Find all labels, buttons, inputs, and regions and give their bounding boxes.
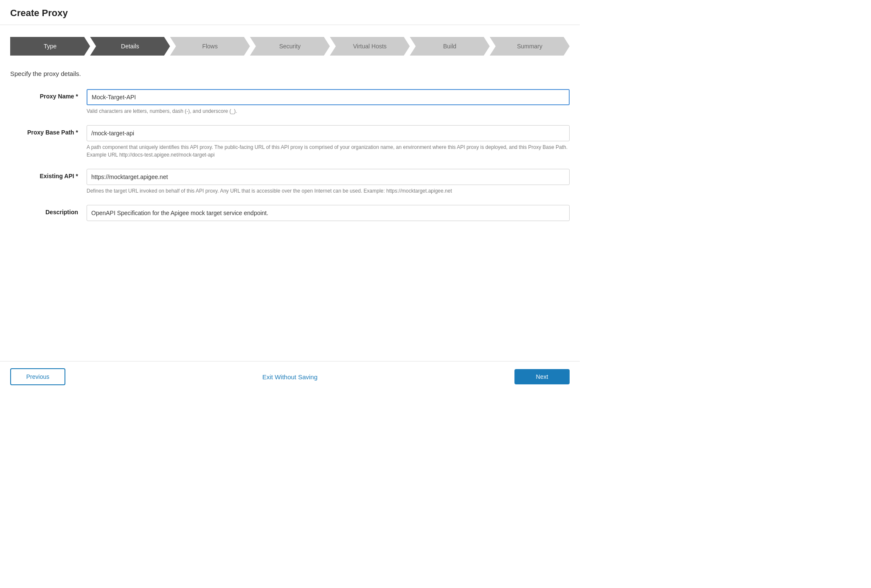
description-label: Description xyxy=(10,205,87,216)
step-label-flows: Flows xyxy=(202,43,218,50)
page-title: Create Proxy xyxy=(10,8,570,19)
existing-api-hint: Defines the target URL invoked on behalf… xyxy=(87,187,570,195)
form-section: Proxy Name * Valid characters are letter… xyxy=(10,89,570,231)
proxy-name-label: Proxy Name * xyxy=(10,89,87,100)
content-area: Specify the proxy details. Proxy Name * … xyxy=(0,64,580,361)
step-build[interactable]: Build xyxy=(410,37,489,56)
step-label-summary: Summary xyxy=(517,43,542,50)
description-input[interactable] xyxy=(87,205,570,221)
proxy-base-path-input[interactable] xyxy=(87,125,570,141)
step-label-details: Details xyxy=(121,43,139,50)
proxy-base-path-row: Proxy Base Path * A path component that … xyxy=(10,125,570,159)
stepper-container: Type Details Flows Security Virtual Host… xyxy=(0,25,580,64)
proxy-base-path-field-container: A path component that uniquely identifie… xyxy=(87,125,570,159)
step-security[interactable]: Security xyxy=(250,37,330,56)
existing-api-input[interactable] xyxy=(87,169,570,185)
step-type[interactable]: Type xyxy=(10,37,90,56)
page-header: Create Proxy xyxy=(0,0,580,25)
step-details[interactable]: Details xyxy=(90,37,170,56)
proxy-name-input[interactable] xyxy=(87,89,570,105)
description-row: Description xyxy=(10,205,570,221)
proxy-name-row: Proxy Name * Valid characters are letter… xyxy=(10,89,570,115)
page-wrapper: Create Proxy Type Details Flows Security… xyxy=(0,0,580,392)
step-label-virtual-hosts: Virtual Hosts xyxy=(353,43,387,50)
stepper: Type Details Flows Security Virtual Host… xyxy=(10,37,570,56)
footer: Previous Exit Without Saving Next xyxy=(0,361,580,392)
step-virtual-hosts[interactable]: Virtual Hosts xyxy=(330,37,410,56)
next-button[interactable]: Next xyxy=(514,369,570,384)
existing-api-field-container: Defines the target URL invoked on behalf… xyxy=(87,169,570,195)
previous-button[interactable]: Previous xyxy=(10,368,65,385)
step-label-security: Security xyxy=(279,43,301,50)
step-label-type: Type xyxy=(44,43,56,50)
step-label-build: Build xyxy=(443,43,456,50)
step-summary[interactable]: Summary xyxy=(490,37,570,56)
proxy-base-path-label: Proxy Base Path * xyxy=(10,125,87,136)
existing-api-row: Existing API * Defines the target URL in… xyxy=(10,169,570,195)
proxy-name-field-container: Valid characters are letters, numbers, d… xyxy=(87,89,570,115)
step-flows[interactable]: Flows xyxy=(170,37,250,56)
proxy-name-hint: Valid characters are letters, numbers, d… xyxy=(87,107,570,115)
description-field-container xyxy=(87,205,570,221)
exit-without-saving-button[interactable]: Exit Without Saving xyxy=(262,373,317,381)
proxy-base-path-hint: A path component that uniquely identifie… xyxy=(87,143,570,159)
existing-api-label: Existing API * xyxy=(10,169,87,179)
section-subtitle: Specify the proxy details. xyxy=(10,70,570,77)
